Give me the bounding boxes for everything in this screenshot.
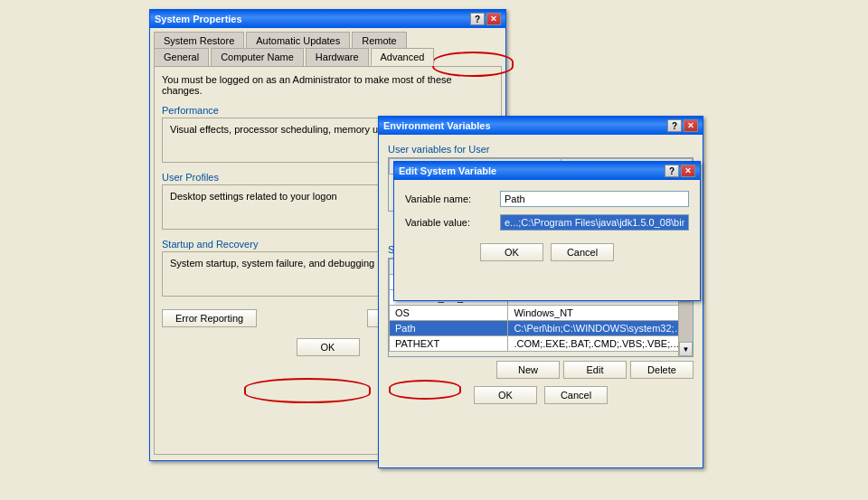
edit-system-variable-dialog: Edit System Variable ? ✕ Variable name: … — [393, 161, 701, 301]
tab-row-2: General Computer Name Hardware Advanced — [150, 48, 505, 66]
env-titlebar-buttons: ? ✕ — [667, 119, 698, 132]
performance-desc: Visual effects, processor scheduling, me… — [170, 124, 378, 135]
env-variables-title: Environment Variables — [383, 120, 491, 131]
startup-desc: System startup, system failure, and debu… — [170, 258, 380, 269]
var-name-cell: OS — [390, 306, 508, 321]
titlebar-buttons: ? ✕ — [470, 13, 501, 25]
edit-titlebar-buttons: ? ✕ — [665, 165, 695, 177]
sys-edit-button[interactable]: Edit — [563, 361, 627, 379]
tab-row-1: System Restore Automatic Updates Remote — [150, 28, 505, 49]
variable-value-label: Variable value: — [405, 217, 500, 228]
tab-remote[interactable]: Remote — [352, 32, 407, 49]
edit-var-cancel-button[interactable]: Cancel — [551, 243, 614, 261]
var-value-cell: .COM;.EXE;.BAT;.CMD;.VBS;.VBE;.JS;.... — [508, 336, 693, 352]
error-reporting-button[interactable]: Error Reporting — [162, 309, 257, 327]
env-ok-button[interactable]: OK — [474, 386, 537, 404]
close-button[interactable]: ✕ — [486, 13, 501, 25]
variable-name-label: Variable name: — [405, 193, 500, 204]
help-button[interactable]: ? — [470, 13, 485, 25]
tab-hardware[interactable]: Hardware — [306, 48, 369, 66]
edit-close-button[interactable]: ✕ — [681, 165, 695, 177]
edit-help-button[interactable]: ? — [665, 165, 679, 177]
table-row[interactable]: PathC:\Perl\bin;C:\WINDOWS\system32;C:..… — [390, 321, 693, 336]
sys-delete-button[interactable]: Delete — [630, 361, 693, 379]
tab-computer-name[interactable]: Computer Name — [211, 48, 304, 66]
env-cancel-button[interactable]: Cancel — [544, 386, 608, 404]
scrollbar-down[interactable]: ▼ — [679, 342, 693, 356]
sys-new-button[interactable]: New — [496, 361, 560, 379]
user-variables-label: User variables for User — [388, 144, 693, 155]
tab-general[interactable]: General — [154, 48, 209, 66]
tab-automatic-updates[interactable]: Automatic Updates — [246, 32, 350, 49]
system-properties-titlebar: System Properties ? ✕ — [150, 10, 505, 28]
env-close-button[interactable]: ✕ — [684, 119, 698, 132]
tab-advanced[interactable]: Advanced — [371, 48, 435, 66]
var-value-cell: C:\Perl\bin;C:\WINDOWS\system32;C:... — [508, 321, 693, 336]
variable-name-input[interactable] — [500, 191, 689, 207]
tab-system-restore[interactable]: System Restore — [154, 32, 244, 49]
table-row[interactable]: PATHEXT.COM;.EXE;.BAT;.CMD;.VBS;.VBE;.JS… — [390, 336, 693, 352]
variable-name-row: Variable name: — [405, 191, 689, 207]
system-properties-ok-button[interactable]: OK — [297, 338, 360, 356]
edit-var-ok-button[interactable]: OK — [480, 243, 543, 261]
variable-value-row: Variable value: — [405, 214, 689, 231]
env-variables-titlebar: Environment Variables ? ✕ — [379, 117, 703, 135]
var-value-cell: Windows_NT — [508, 306, 693, 321]
user-profiles-desc: Desktop settings related to your logon — [170, 191, 337, 202]
edit-var-content: Variable name: Variable value: OK Cancel — [394, 180, 700, 269]
edit-var-buttons: OK Cancel — [405, 243, 689, 261]
admin-note: You must be logged on as an Administrato… — [162, 74, 494, 96]
var-name-cell: Path — [390, 321, 508, 336]
env-buttons-row: OK Cancel — [388, 386, 693, 404]
performance-header: Performance — [162, 105, 494, 116]
system-properties-title: System Properties — [155, 14, 242, 24]
edit-var-titlebar: Edit System Variable ? ✕ — [394, 162, 700, 180]
variable-value-input[interactable] — [500, 214, 689, 231]
env-help-button[interactable]: ? — [667, 119, 682, 132]
edit-var-title: Edit System Variable — [399, 165, 496, 176]
var-name-cell: PATHEXT — [390, 336, 508, 352]
table-row[interactable]: OSWindows_NT — [390, 306, 693, 321]
